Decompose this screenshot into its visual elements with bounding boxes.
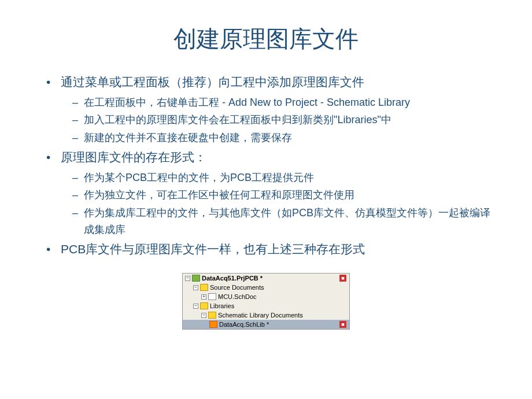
tree-row-libraries[interactable]: − Libraries	[183, 301, 349, 311]
slide-title: 创建原理图库文件	[35, 23, 497, 55]
bullet-level2: 作为独立文件，可在工作区中被任何工程和原理图文件使用	[72, 187, 497, 204]
collapse-icon[interactable]: −	[193, 285, 198, 290]
tree-row-schdoc[interactable]: + MCU.SchDoc	[183, 292, 349, 301]
bullet-level1: 通过菜单或工程面板（推荐）向工程中添加原理图库文件	[46, 72, 497, 92]
bullet-level2: 作为某个PCB工程中的文件，为PCB工程提供元件	[72, 169, 497, 186]
collapse-icon[interactable]: −	[185, 276, 190, 281]
info-icon[interactable]: ■	[339, 275, 346, 282]
bullet-level2: 新建的文件并不直接在硬盘中创建，需要保存	[72, 130, 497, 146]
folder-icon	[200, 302, 208, 309]
collapse-icon[interactable]: −	[201, 313, 206, 318]
bullet-level2: 加入工程中的原理图库文件会在工程面板中归到新类别"Libraries"中	[72, 112, 497, 128]
tree-row-project[interactable]: − DataAcq51.PrjPCB * ■	[183, 274, 349, 283]
tree-label: MCU.SchDoc	[218, 293, 257, 300]
collapse-icon[interactable]: −	[193, 304, 198, 309]
schlib-icon	[209, 321, 217, 328]
bullet-level2: 作为集成库工程中的文件，与其他库文件（如PCB库文件、仿真模型文件等）一起被编译…	[72, 205, 497, 238]
bullet-level1: 原理图库文件的存在形式：	[46, 147, 497, 167]
folder-icon	[208, 312, 216, 319]
tree-label: Libraries	[210, 302, 234, 309]
tree-row-source-docs[interactable]: − Source Documents	[183, 283, 349, 292]
tree-row-schlib-docs[interactable]: − Schematic Library Documents	[183, 311, 349, 320]
info-icon[interactable]: ■	[339, 321, 346, 328]
collapse-icon[interactable]: +	[201, 294, 206, 300]
project-icon	[192, 275, 200, 282]
tree-label: DataAcq.SchLib *	[219, 321, 269, 328]
bullet-level1: PCB库文件与原理图库文件一样，也有上述三种存在形式	[46, 239, 497, 259]
tree-label: DataAcq51.PrjPCB *	[202, 275, 263, 282]
bullet-level2: 在工程面板中，右键单击工程 - Add New to Project - Sch…	[72, 94, 497, 111]
folder-icon	[200, 284, 208, 291]
document-icon	[208, 293, 216, 300]
tree-label: Schematic Library Documents	[218, 312, 303, 319]
slide-content: 通过菜单或工程面板（推荐）向工程中添加原理图库文件 在工程面板中，右键单击工程 …	[35, 72, 497, 258]
tree-label: Source Documents	[210, 284, 264, 291]
project-tree-panel: − DataAcq51.PrjPCB * ■ − Source Document…	[182, 273, 350, 330]
tree-row-schlib-file[interactable]: DataAcq.SchLib * ■	[183, 320, 349, 329]
